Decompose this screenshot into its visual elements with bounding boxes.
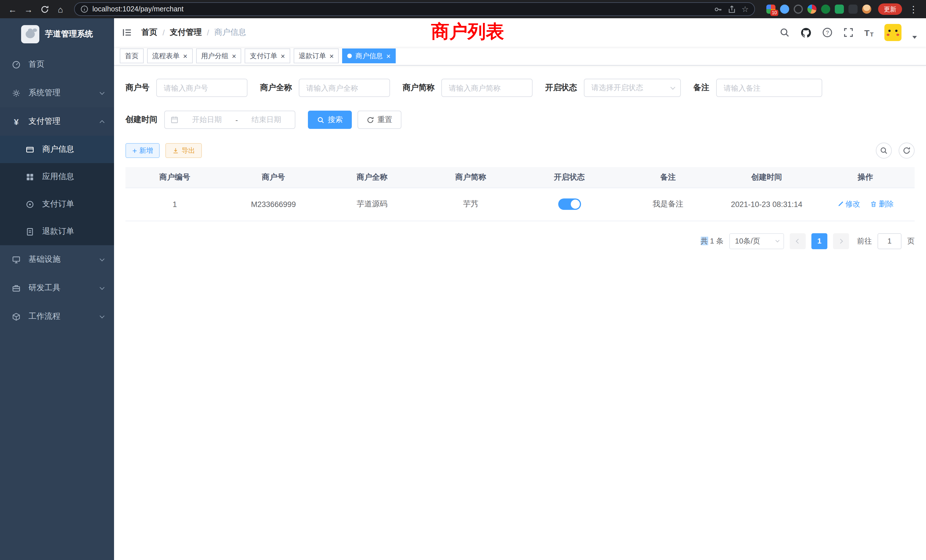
filter-row-1: 商户号 商户全称 商户简称 开启状态 请选择开启状态 — [126, 79, 915, 97]
edit-link-label: 修改 — [845, 199, 860, 209]
browser-back-icon[interactable]: ← — [6, 2, 20, 16]
tab-refund-order[interactable]: 退款订单 × — [294, 48, 339, 63]
page-1-button[interactable]: 1 — [811, 233, 828, 249]
search-button[interactable]: 搜索 — [308, 110, 352, 129]
sidebar-item-pay-order[interactable]: 支付订单 — [0, 191, 114, 218]
page-info-icon[interactable] — [80, 5, 88, 13]
extension-icon-6[interactable] — [835, 5, 844, 14]
sidebar-item-system[interactable]: 系统管理 — [0, 79, 114, 107]
status-select[interactable]: 请选择开启状态 — [584, 79, 681, 97]
full-name-input[interactable] — [299, 79, 390, 97]
sidebar-item-payment[interactable]: ¥ 支付管理 — [0, 107, 114, 136]
table-row: 1 M233666999 芋道源码 芋艿 我是备注 2021-10-23 08:… — [126, 188, 915, 221]
user-avatar[interactable] — [884, 24, 902, 41]
breadcrumb-payment[interactable]: 支付管理 — [170, 27, 202, 38]
close-icon[interactable]: × — [183, 52, 187, 60]
export-button[interactable]: 导出 — [165, 143, 202, 158]
user-caret-icon[interactable] — [912, 36, 917, 38]
full-name-label: 商户全称 — [260, 83, 292, 93]
sidebar-item-infrastructure[interactable]: 基础设施 — [0, 245, 114, 274]
url-bar[interactable]: localhost:1024/pay/merchant ☆ — [74, 2, 755, 16]
sidebar-item-label: 系统管理 — [29, 88, 100, 98]
bookmark-star-icon[interactable]: ☆ — [741, 5, 749, 13]
font-size-icon[interactable]: TT — [864, 28, 873, 37]
refresh-table-icon[interactable] — [899, 142, 915, 159]
goto-page-input[interactable] — [878, 233, 902, 249]
browser-forward-icon[interactable]: → — [22, 2, 35, 16]
extension-icon-3[interactable] — [794, 5, 803, 14]
github-icon[interactable] — [800, 27, 811, 38]
page-size-select[interactable]: 10条/页 — [729, 233, 784, 249]
remark-input[interactable] — [716, 79, 822, 97]
edit-link[interactable]: 修改 — [837, 199, 860, 209]
search-icon[interactable] — [779, 27, 790, 38]
fullscreen-icon[interactable] — [843, 27, 853, 38]
reset-button-label: 重置 — [377, 115, 392, 125]
close-icon[interactable]: × — [330, 52, 334, 60]
grid-icon — [25, 173, 35, 181]
extension-icon-4[interactable] — [807, 5, 817, 14]
url-text: localhost:1024/pay/merchant — [92, 5, 184, 13]
reset-button[interactable]: 重置 — [357, 110, 401, 129]
update-button[interactable]: 更新 — [878, 3, 902, 15]
breadcrumb-home[interactable]: 首页 — [141, 27, 157, 38]
browser-extensions: 10 — [762, 5, 871, 14]
cell-short-name: 芋艿 — [421, 188, 520, 221]
short-name-input[interactable] — [441, 79, 533, 97]
delete-link[interactable]: 删除 — [870, 199, 894, 209]
search-button-label: 搜索 — [328, 115, 343, 125]
share-icon[interactable] — [728, 5, 737, 14]
add-button[interactable]: + 新增 — [126, 143, 160, 158]
browser-reload-icon[interactable] — [38, 2, 51, 16]
close-icon[interactable]: × — [232, 52, 236, 60]
sidebar-item-workflow[interactable]: 工作流程 — [0, 302, 114, 331]
logo-avatar — [21, 25, 39, 43]
password-key-icon[interactable] — [714, 5, 723, 14]
sidebar-item-merchant-info[interactable]: 商户信息 — [0, 136, 114, 163]
annotation-merchant-list: 商户列表 — [431, 20, 504, 44]
breadcrumb-separator: / — [162, 28, 165, 37]
plus-icon: + — [132, 147, 137, 154]
extension-icon-7[interactable] — [849, 5, 858, 14]
sidebar-item-label: 支付订单 — [42, 199, 104, 209]
chevron-up-icon — [100, 120, 104, 125]
sidebar-item-home[interactable]: 首页 — [0, 50, 114, 79]
extension-icon-5[interactable] — [821, 5, 830, 14]
sidebar-item-refund-order[interactable]: 退款订单 — [0, 218, 114, 245]
tab-pay-order[interactable]: 支付订单 × — [245, 48, 290, 63]
tab-merchant-info[interactable]: 商户信息 × — [342, 48, 396, 63]
close-icon[interactable]: × — [386, 52, 390, 60]
extension-icon-2[interactable] — [780, 5, 789, 14]
tab-label: 首页 — [125, 51, 139, 61]
sidebar-item-label: 首页 — [29, 59, 104, 70]
status-toggle[interactable] — [558, 198, 581, 210]
extension-icon-8[interactable] — [862, 5, 871, 14]
sidebar-item-dev-tools[interactable]: 研发工具 — [0, 274, 114, 302]
pagination: 共 1 条 10条/页 1 前往 页 — [126, 233, 915, 249]
cell-merchant-no: M233666999 — [224, 188, 323, 221]
toggle-search-icon[interactable] — [876, 142, 892, 159]
navbar-actions: ? TT — [779, 24, 917, 41]
date-range-picker[interactable]: 开始日期 - 结束日期 — [164, 110, 295, 129]
sidebar-toggle-icon[interactable] — [122, 27, 132, 38]
tags-view: 首页 流程表单 × 用户分组 × 支付订单 × 退款订单 × 商户信息 × — [114, 47, 926, 65]
help-icon[interactable]: ? — [822, 27, 832, 38]
sidebar-item-app-info[interactable]: 应用信息 — [0, 163, 114, 191]
merchant-no-input[interactable] — [156, 79, 247, 97]
calendar-icon — [171, 116, 179, 124]
tab-user-group[interactable]: 用户分组 × — [196, 48, 241, 63]
prev-page-button[interactable] — [790, 233, 806, 249]
extension-icon-1[interactable]: 10 — [766, 5, 775, 14]
card-icon — [25, 145, 35, 154]
browser-home-icon[interactable]: ⌂ — [54, 2, 67, 16]
tab-home[interactable]: 首页 — [120, 48, 144, 63]
cell-remark: 我是备注 — [619, 188, 717, 221]
browser-chrome: ← → ⌂ localhost:1024/pay/merchant ☆ 10 — [0, 0, 926, 18]
sidebar-item-label: 研发工具 — [29, 283, 100, 293]
breadcrumb-current: 商户信息 — [214, 27, 246, 38]
next-page-button[interactable] — [833, 233, 849, 249]
browser-menu-icon[interactable]: ⋮ — [906, 2, 920, 16]
close-icon[interactable]: × — [280, 52, 285, 60]
tab-process-form[interactable]: 流程表单 × — [147, 48, 192, 63]
sidebar-item-label: 应用信息 — [42, 172, 104, 182]
